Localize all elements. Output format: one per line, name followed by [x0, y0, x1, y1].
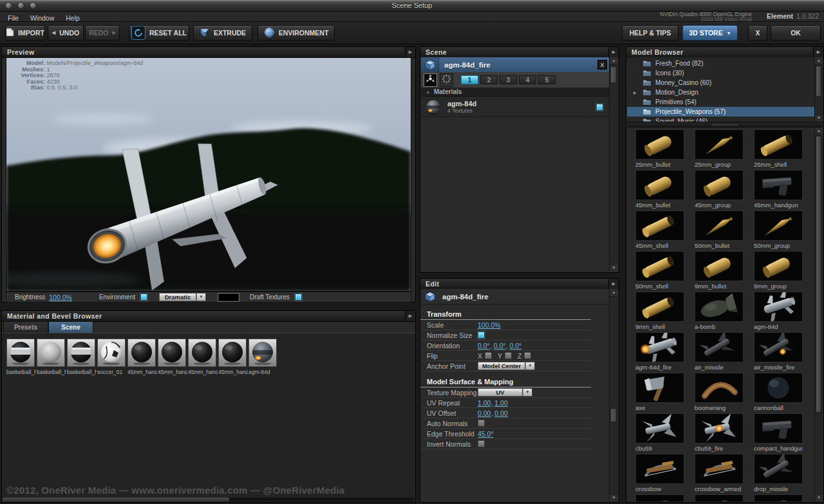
- value-link[interactable]: 1.00: [478, 399, 491, 407]
- expander-icon[interactable]: ▶: [633, 90, 637, 95]
- scroll-up-icon[interactable]: ▲: [610, 289, 618, 297]
- brightness-value[interactable]: 100.0%: [49, 294, 72, 301]
- particles-mode-button[interactable]: [440, 73, 453, 87]
- flip-x-checkbox[interactable]: [485, 352, 492, 359]
- panel-collapse-icon[interactable]: ▶: [608, 47, 619, 57]
- tree-item-primitives-54-[interactable]: Primitives (54): [627, 97, 816, 107]
- environment-checkbox[interactable]: [140, 294, 147, 301]
- scroll-down-icon[interactable]: ▼: [610, 494, 618, 501]
- model-item-9mm_bullet[interactable]: 9mm_bullet: [695, 251, 744, 290]
- extrude-button[interactable]: EXTRUDE: [193, 25, 252, 41]
- value-link[interactable]: 1.00: [494, 399, 507, 407]
- value-link[interactable]: 0.0°: [509, 342, 521, 350]
- import-button[interactable]: IMPORT: [5, 25, 45, 41]
- scroll-up-icon[interactable]: ▲: [815, 57, 823, 65]
- model-item-air_missile_fire[interactable]: air_missile_fire: [754, 332, 803, 371]
- tree-item-fresh_food-82-[interactable]: Fresh_Food (82): [627, 59, 816, 68]
- anchor-point-dropdown[interactable]: Model Center ▼: [478, 362, 535, 370]
- value-link[interactable]: 0.0°: [494, 342, 506, 350]
- reset-all-button[interactable]: RESET ALL: [129, 25, 189, 41]
- group-button-1[interactable]: 1: [461, 75, 478, 84]
- background-color-swatch[interactable]: [218, 293, 239, 302]
- grid-scrollbar[interactable]: ▲ ▼: [814, 127, 823, 501]
- value-link[interactable]: 0.00: [478, 409, 491, 417]
- model-item-agm-84d_fire[interactable]: agm-84d_fire: [635, 332, 684, 371]
- normalize-size-checkbox[interactable]: [478, 331, 485, 339]
- material-item-45mm_handg[interactable]: 45mm_handg: [127, 339, 156, 375]
- material-item-basketball_ho[interactable]: basketball_ho: [6, 339, 35, 375]
- environment-preset-dropdown[interactable]: Dramatic ▼: [159, 293, 206, 301]
- preview-viewport[interactable]: Model: Models/Projectile_Weapons/agm-84d…: [6, 57, 411, 292]
- model-item-compact_handgun[interactable]: compact_handgun: [754, 413, 803, 453]
- model-item-crossbow_armed[interactable]: crossbow_armed: [695, 454, 744, 493]
- panel-collapse-icon[interactable]: ▶: [405, 47, 415, 57]
- value-link[interactable]: 0.0°: [478, 342, 490, 350]
- edit-scrollbar[interactable]: ▲ ▼: [609, 289, 618, 501]
- scrollbar-thumb[interactable]: [610, 408, 617, 422]
- material-item-basketball_ho[interactable]: basketball_ho: [67, 339, 95, 375]
- draft-textures-checkbox[interactable]: [295, 294, 302, 301]
- model-item-45mm_bullet[interactable]: 45mm_bullet: [635, 170, 684, 209]
- model-item-25mm_group[interactable]: 25mm_group: [695, 129, 744, 169]
- scrollbar-thumb[interactable]: [816, 136, 821, 413]
- flip-y-checkbox[interactable]: [505, 352, 512, 359]
- group-button-5[interactable]: 5: [538, 75, 556, 84]
- model-item-45mm_shell[interactable]: 45mm_shell: [635, 210, 684, 250]
- model-item-50mm_shell[interactable]: 50mm_shell: [635, 251, 684, 290]
- scale-value[interactable]: 100.0%: [478, 321, 501, 329]
- help-tips-button[interactable]: HELP & TIPS: [622, 25, 679, 41]
- panel-splitter[interactable]: [627, 122, 823, 127]
- tab-scene[interactable]: Scene: [48, 321, 93, 333]
- scroll-down-icon[interactable]: ▼: [815, 494, 823, 501]
- material-item-45mm_handg[interactable]: 45mm_handg: [218, 339, 247, 375]
- tab-presets[interactable]: Presets: [3, 321, 48, 333]
- model-item-agm-84d[interactable]: agm-84d: [754, 292, 803, 331]
- scroll-up-icon[interactable]: ▲: [815, 127, 823, 135]
- redo-button[interactable]: REDO▶: [85, 25, 120, 41]
- material-item-45mm_handg[interactable]: 45mm_handg: [188, 339, 216, 375]
- scroll-down-icon[interactable]: ▼: [815, 114, 823, 122]
- model-item-a-bomb[interactable]: a-bomb: [695, 292, 744, 331]
- group-button-2[interactable]: 2: [480, 75, 498, 84]
- model-item-air_missile[interactable]: air_missile: [695, 332, 744, 371]
- tree-scrollbar[interactable]: ▲ ▼: [814, 57, 823, 122]
- flip-z-checkbox[interactable]: [524, 352, 531, 359]
- horizontal-scrollbar[interactable]: [3, 498, 415, 501]
- 3d-store-button[interactable]: 3D STORE▼: [682, 25, 738, 41]
- panel-collapse-icon[interactable]: ▶: [813, 47, 823, 57]
- model-item-25mm_bullet[interactable]: 25mm_bullet: [635, 129, 684, 169]
- ok-button[interactable]: OK: [771, 25, 821, 41]
- model-item-cbu59_fire[interactable]: cbu59_fire: [695, 413, 744, 453]
- model-item-axe[interactable]: axe: [635, 373, 684, 412]
- model-item-9mm_shell[interactable]: 9mm_shell: [635, 292, 684, 331]
- scene-scrollbar[interactable]: ▲ ▼: [609, 57, 618, 272]
- model-item-drop_missile[interactable]: drop_missile: [754, 454, 803, 493]
- edge-threshold-value[interactable]: 45.0°: [478, 430, 494, 438]
- model-item-45mm_group[interactable]: 45mm_group: [695, 170, 744, 209]
- remove-item-button[interactable]: X: [597, 60, 607, 70]
- tree-item-projectile_weapons-57-[interactable]: Projectile_Weapons (57): [627, 107, 816, 117]
- tree-item-sound_music-46-[interactable]: Sound_Music (46): [627, 117, 816, 122]
- zoom-button[interactable]: [30, 2, 37, 9]
- scroll-up-icon[interactable]: ▲: [610, 57, 618, 65]
- materials-section-header[interactable]: ▼Materials: [421, 88, 610, 97]
- panel-collapse-icon[interactable]: ▶: [405, 311, 415, 321]
- model-item-50mm_bullet[interactable]: 50mm_bullet: [695, 210, 744, 250]
- title-bar[interactable]: Scene Setup: [0, 0, 824, 12]
- scrollbar-thumb[interactable]: [3, 498, 229, 501]
- material-item-soccer_01[interactable]: soccer_01: [97, 339, 126, 375]
- model-item-25mm_shell[interactable]: 25mm_shell: [754, 129, 803, 169]
- scene-material-row[interactable]: agm-84d 4 Textures: [421, 97, 610, 117]
- model-item-cannonball[interactable]: cannonball: [754, 373, 803, 412]
- material-item-basketball_ho[interactable]: basketball_ho: [37, 339, 65, 375]
- model-item-50mm_group[interactable]: 50mm_group: [754, 210, 803, 250]
- model-item-45mm_handgun[interactable]: 45mm_handgun: [754, 170, 803, 209]
- model-item-cbu59[interactable]: cbu59: [635, 413, 684, 453]
- group-button-4[interactable]: 4: [519, 75, 536, 84]
- scrollbar-thumb[interactable]: [610, 66, 617, 83]
- material-item-agm-84d[interactable]: agm-84d: [248, 339, 277, 375]
- auto-normals-checkbox[interactable]: [478, 420, 485, 427]
- model-item-9mm_group[interactable]: 9mm_group: [754, 251, 803, 290]
- undo-button[interactable]: ◀UNDO: [48, 25, 84, 41]
- scrollbar-thumb[interactable]: [816, 66, 821, 97]
